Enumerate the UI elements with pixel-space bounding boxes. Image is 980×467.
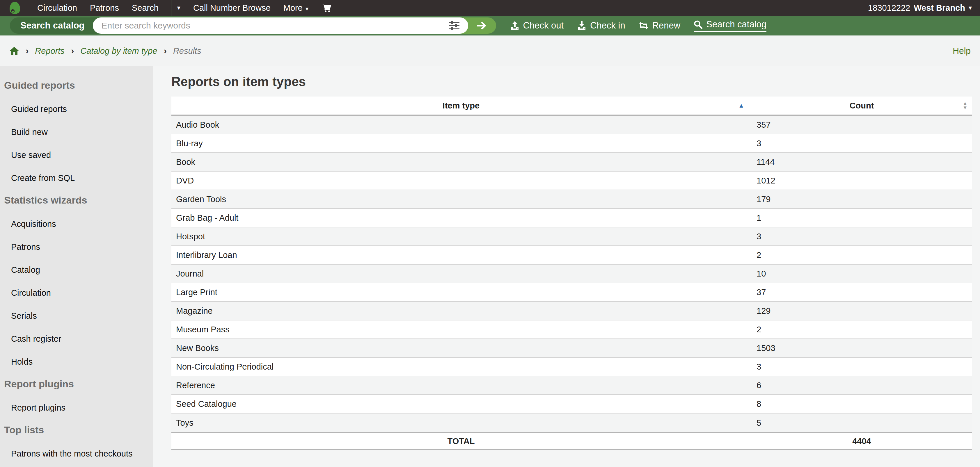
renew-icon — [639, 21, 649, 30]
item-type-cell: Museum Pass — [171, 321, 751, 338]
count-cell: 6 — [751, 376, 972, 394]
quick-search-tabs: Check out Check in Renew Search catalog — [510, 19, 767, 32]
chevron-down-icon: ▾ — [177, 4, 180, 11]
nav-item-call-number-browse[interactable]: Call Number Browse — [193, 3, 270, 13]
sidebar-section: Statistics wizards AcquisitionsPatronsCa… — [0, 195, 153, 367]
home-link[interactable] — [9, 46, 19, 56]
total-value-cell: 4404 — [751, 433, 972, 449]
sidebar-item-create-from-sql[interactable]: Create from SQL — [11, 173, 153, 183]
table-row-new-books: New Books 1503 — [171, 339, 972, 357]
item-type-cell: Seed Catalogue — [171, 395, 751, 413]
sidebar-section: Guided reports Guided reportsBuild newUs… — [0, 80, 153, 183]
sidebar-item-serials[interactable]: Serials — [11, 311, 153, 321]
logged-in-user-menu[interactable]: 183012222 West Branch ▾ — [868, 3, 972, 13]
count-cell: 1144 — [751, 153, 972, 171]
item-type-cell: DVD — [171, 172, 751, 190]
breadcrumb-catalog-by-item-type[interactable]: Catalog by item type — [80, 46, 157, 56]
tab-check-in[interactable]: Check in — [577, 21, 625, 31]
count-cell: 1012 — [751, 172, 972, 190]
sidebar-section: Report plugins Report plugins — [0, 378, 153, 413]
column-header-count[interactable]: Count ▲▼ — [751, 97, 972, 114]
koha-logo[interactable] — [8, 1, 22, 14]
sidebar-item-build-new[interactable]: Build new — [11, 127, 153, 137]
count-cell: 10 — [751, 265, 972, 283]
item-type-cell: Reference — [171, 376, 751, 394]
nav-item-more[interactable]: More▾ — [283, 3, 309, 13]
catalog-search-form: Search catalog — [10, 17, 496, 34]
table-row-grab-bag-adult: Grab Bag - Adult 1 — [171, 209, 972, 227]
column-header-item-type[interactable]: Item type ▲ — [171, 97, 751, 114]
logged-in-branch: West Branch — [914, 3, 965, 13]
sidebar-section-title-guided-reports: Guided reports — [4, 80, 153, 91]
item-type-cell: Garden Tools — [171, 190, 751, 208]
cart-button[interactable] — [322, 3, 332, 13]
table-row-museum-pass: Museum Pass 2 — [171, 321, 972, 339]
home-icon — [9, 46, 19, 56]
nav-item-patrons[interactable]: Patrons — [90, 3, 119, 13]
total-label-cell: TOTAL — [171, 433, 751, 449]
count-cell: 37 — [751, 283, 972, 301]
search-dropdown-toggle[interactable]: ▾ — [177, 4, 180, 12]
count-cell: 179 — [751, 190, 972, 208]
item-type-cell: Non-Circulating Periodical — [171, 357, 751, 376]
table-row-reference: Reference 6 — [171, 376, 972, 395]
chevron-down-icon: ▾ — [305, 6, 309, 12]
table-row-book: Book 1144 — [171, 153, 972, 172]
sidebar-section: Top lists Patrons with the most checkout… — [0, 424, 153, 467]
item-type-cell: Interlibrary Loan — [171, 246, 751, 264]
count-cell: 5 — [751, 413, 972, 432]
item-type-cell: Hotspot — [171, 227, 751, 245]
sidebar-item-use-saved[interactable]: Use saved — [11, 150, 153, 160]
table-row-audio-book: Audio Book 357 — [171, 116, 972, 134]
sidebar-item-catalog[interactable]: Catalog — [11, 265, 153, 275]
table-row-non-circulating-periodical: Non-Circulating Periodical 3 — [171, 357, 972, 376]
table-row-garden-tools: Garden Tools 179 — [171, 190, 972, 209]
sidebar-item-holds[interactable]: Holds — [11, 357, 153, 367]
sidebar-item-patrons[interactable]: Patrons — [11, 242, 153, 252]
item-type-cell: New Books — [171, 339, 751, 357]
sidebar-item-report-plugins[interactable]: Report plugins — [11, 403, 153, 413]
breadcrumb: › Reports › Catalog by item type › Resul… — [0, 35, 980, 66]
breadcrumb-reports[interactable]: Reports — [35, 46, 65, 56]
table-row-journal: Journal 10 — [171, 265, 972, 283]
tab-search-catalog[interactable]: Search catalog — [694, 19, 767, 32]
sidebar-item-circulation[interactable]: Circulation — [11, 288, 153, 298]
tab-renew[interactable]: Renew — [639, 21, 681, 31]
tab-check-out[interactable]: Check out — [510, 21, 564, 31]
sidebar-section-title-statistics-wizards: Statistics wizards — [4, 195, 153, 206]
nav-item-search[interactable]: Search — [132, 3, 159, 13]
count-cell: 3 — [751, 134, 972, 152]
reports-sidebar: Guided reports Guided reportsBuild newUs… — [0, 66, 153, 467]
item-type-cell: Blu-ray — [171, 134, 751, 152]
main-panel: Reports on item types Item type ▲ Count … — [153, 66, 980, 467]
item-type-cell: Journal — [171, 265, 751, 283]
breadcrumb-separator: › — [164, 46, 167, 56]
sidebar-item-guided-reports[interactable]: Guided reports — [11, 105, 153, 114]
arrow-right-icon — [477, 21, 487, 30]
table-row-blu-ray: Blu-ray 3 — [171, 134, 972, 153]
count-cell: 3 — [751, 227, 972, 245]
sidebar-item-acquisitions[interactable]: Acquisitions — [11, 219, 153, 229]
help-link[interactable]: Help — [953, 46, 971, 56]
sort-ascending-icon: ▲ — [738, 102, 744, 109]
check-out-icon — [510, 21, 519, 30]
sidebar-item-cash-register[interactable]: Cash register — [11, 334, 153, 344]
table-row-dvd: DVD 1012 — [171, 172, 972, 190]
table-row-interlibrary-loan: Interlibrary Loan 2 — [171, 246, 972, 265]
sidebar-section-title-top-lists: Top lists — [4, 424, 153, 435]
count-cell: 2 — [751, 321, 972, 338]
logged-in-id: 183012222 — [868, 3, 910, 13]
item-type-report-table: Item type ▲ Count ▲▼ Audio Book 357 Blu-… — [171, 97, 972, 450]
count-cell: 1503 — [751, 339, 972, 357]
sidebar-item-patrons-with-the-most-checkouts[interactable]: Patrons with the most checkouts — [11, 449, 153, 459]
cart-icon — [322, 3, 332, 13]
search-tab-label: Search catalog — [10, 17, 106, 34]
search-input[interactable] — [93, 17, 468, 34]
search-options-sliders-icon[interactable] — [449, 21, 460, 30]
count-cell: 1 — [751, 209, 972, 227]
count-cell: 2 — [751, 246, 972, 264]
item-type-cell: Book — [171, 153, 751, 171]
item-type-cell: Grab Bag - Adult — [171, 209, 751, 227]
top-nav-bar: Circulation Patrons Search ▾ Call Number… — [0, 0, 980, 16]
nav-item-circulation[interactable]: Circulation — [37, 3, 77, 13]
